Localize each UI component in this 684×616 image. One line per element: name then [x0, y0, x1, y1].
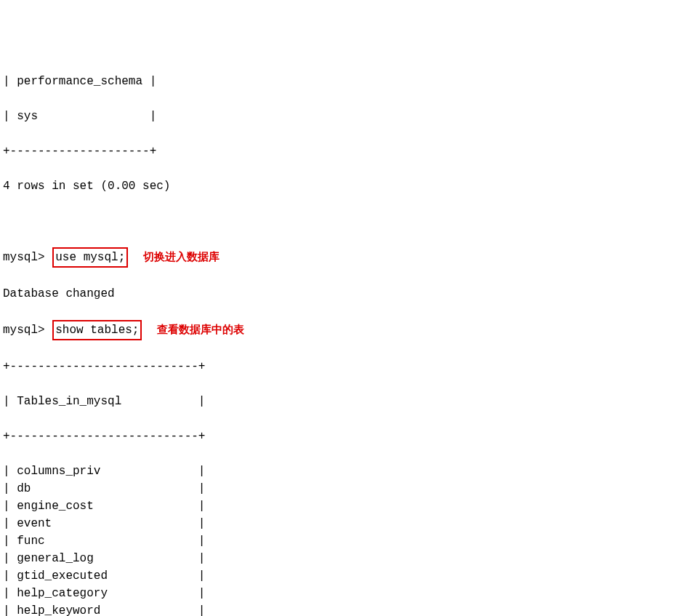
annotation-show-tables: 查看数据库中的表: [157, 321, 244, 338]
table-row: | engine_cost |: [3, 497, 681, 515]
tables-list: | columns_priv || db || engine_cost || e…: [3, 463, 681, 616]
db-list-row: | performance_schema |: [3, 73, 681, 90]
table-row: | gtid_executed |: [3, 567, 681, 585]
table-row: | help_category |: [3, 585, 681, 602]
table-row: | func |: [3, 532, 681, 550]
table-row: | general_log |: [3, 550, 681, 567]
command-line-2[interactable]: mysql> show tables;查看数据库中的表: [3, 320, 681, 340]
table-border-mid: +---------------------------+: [3, 428, 681, 445]
blank-line: [3, 212, 681, 230]
command-use-mysql: use mysql;: [52, 247, 128, 268]
row-count: 4 rows in set (0.00 sec): [3, 177, 681, 195]
db-list-row: | sys |: [3, 108, 681, 125]
table-row: | columns_priv |: [3, 463, 681, 480]
table-row: | db |: [3, 480, 681, 497]
table-row: | event |: [3, 515, 681, 532]
db-list-border: +--------------------+: [3, 143, 681, 160]
db-changed-message: Database changed: [3, 285, 681, 303]
table-header: | Tables_in_mysql |: [3, 393, 681, 410]
annotation-switch-db: 切换进入数据库: [143, 249, 220, 265]
prompt: mysql>: [3, 251, 45, 264]
table-border-top: +---------------------------+: [3, 358, 681, 375]
command-line-1[interactable]: mysql> use mysql;切换进入数据库: [3, 247, 681, 268]
prompt: mysql>: [3, 324, 45, 337]
command-show-tables: show tables;: [52, 320, 142, 340]
table-row: | help_keyword |: [3, 602, 681, 616]
